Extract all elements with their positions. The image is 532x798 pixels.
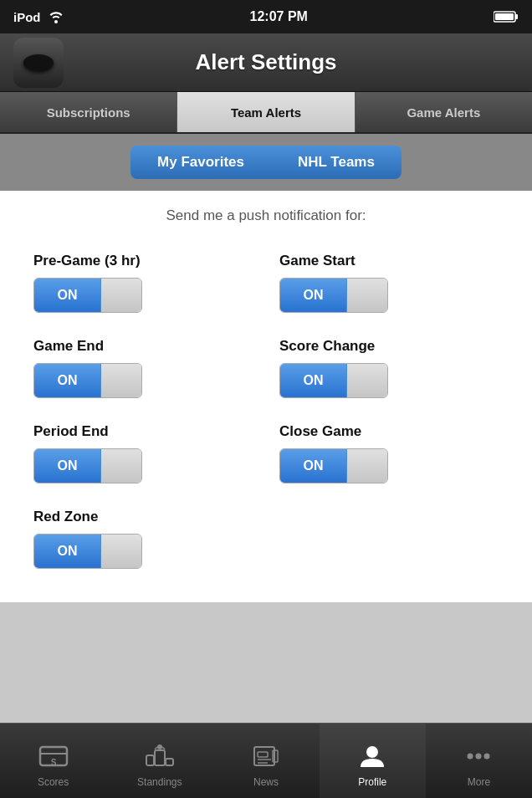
toggle-on-pre-game: ON <box>34 279 101 312</box>
svg-rect-11 <box>258 752 268 757</box>
nav-item-profile[interactable]: Profile <box>320 724 426 798</box>
toggle-off-red-zone <box>101 535 141 568</box>
toggle-off-score-change <box>347 364 387 397</box>
more-icon <box>463 741 494 771</box>
toggle-label-game-end: Game End <box>33 338 253 355</box>
svg-rect-7 <box>146 755 154 765</box>
toggle-on-close-game: ON <box>280 449 347 483</box>
tab-game-alerts[interactable]: Game Alerts <box>356 92 532 132</box>
svg-rect-1 <box>515 14 518 19</box>
profile-icon <box>357 741 387 771</box>
toggle-item-period-end: Period End ON <box>20 415 266 500</box>
nav-label-more: More <box>468 776 490 788</box>
status-right <box>494 10 519 23</box>
subtab-nhl-teams[interactable]: NHL Teams <box>271 146 402 179</box>
subtab-my-favorites[interactable]: My Favorites <box>130 146 271 179</box>
nav-label-profile: Profile <box>358 776 386 788</box>
main-content: My Favorites NHL Teams Send me a push no… <box>0 134 532 723</box>
nav-label-standings: Standings <box>137 776 182 788</box>
nav-item-scores[interactable]: S Scores <box>0 724 106 798</box>
page-title: Alert Settings <box>64 49 468 75</box>
toggle-switch-score-change[interactable]: ON <box>279 363 388 398</box>
svg-point-16 <box>468 753 473 759</box>
toggle-switch-pre-game[interactable]: ON <box>33 278 142 313</box>
tab-team-alerts[interactable]: Team Alerts <box>177 92 355 132</box>
toggle-switch-close-game[interactable]: ON <box>279 448 388 483</box>
puck-icon <box>23 54 54 71</box>
toggle-on-score-change: ON <box>280 364 347 397</box>
bottom-nav: S Scores Standings N <box>0 723 532 798</box>
nav-item-standings[interactable]: Standings <box>106 724 212 798</box>
nav-label-scores: Scores <box>38 776 69 788</box>
app-logo <box>13 38 64 88</box>
toggle-off-close-game <box>347 449 387 483</box>
toggle-switch-game-start[interactable]: ON <box>279 278 388 313</box>
toggle-label-close-game: Close Game <box>279 423 499 440</box>
subtab-bar: My Favorites NHL Teams <box>0 134 532 191</box>
toggle-label-pre-game: Pre-Game (3 hr) <box>33 253 253 269</box>
toggle-off-game-start <box>347 279 387 312</box>
toggle-item-pre-game: Pre-Game (3 hr) ON <box>20 244 266 330</box>
toggle-item-red-zone: Red Zone ON <box>20 500 266 586</box>
push-notification-label: Send me a push notification for: <box>20 207 512 224</box>
toggle-item-game-end: Game End ON <box>20 330 266 415</box>
battery-icon <box>494 10 519 23</box>
toggle-label-game-start: Game Start <box>279 253 499 269</box>
toggle-on-red-zone: ON <box>34 535 101 568</box>
toggle-on-period-end: ON <box>34 449 101 483</box>
toggle-label-period-end: Period End <box>33 423 253 440</box>
svg-text:S: S <box>50 758 56 767</box>
toggle-grid: Pre-Game (3 hr) ON Game Start ON Game En… <box>20 244 512 586</box>
tab-subscriptions[interactable]: Subscriptions <box>0 92 177 132</box>
standings-icon <box>145 741 175 771</box>
toggle-off-game-end <box>101 364 141 397</box>
svg-rect-6 <box>155 750 165 765</box>
toggle-item-close-game: Close Game ON <box>266 415 512 500</box>
svg-rect-8 <box>166 759 173 765</box>
svg-point-17 <box>476 753 482 759</box>
wifi-icon <box>48 10 64 23</box>
toggle-switch-period-end[interactable]: ON <box>33 448 142 483</box>
nav-label-news: News <box>253 776 279 788</box>
toggle-on-game-start: ON <box>280 279 347 312</box>
news-icon <box>251 741 281 771</box>
scores-icon: S <box>38 741 69 771</box>
nav-item-more[interactable]: More <box>426 724 532 798</box>
device-label: iPod <box>13 10 41 24</box>
app-header: Alert Settings <box>0 33 532 92</box>
svg-point-18 <box>484 753 490 759</box>
toggle-switch-game-end[interactable]: ON <box>33 363 142 398</box>
toggle-on-game-end: ON <box>34 364 101 397</box>
status-bar: iPod 12:07 PM <box>0 0 532 33</box>
svg-rect-2 <box>495 13 514 20</box>
toggle-label-score-change: Score Change <box>279 338 499 355</box>
toggle-item-game-start: Game Start ON <box>266 244 512 330</box>
status-left: iPod <box>13 10 64 24</box>
top-tab-bar: Subscriptions Team Alerts Game Alerts <box>0 92 532 134</box>
toggle-item-score-change: Score Change ON <box>266 330 512 415</box>
status-time: 12:07 PM <box>250 9 308 24</box>
toggle-switch-red-zone[interactable]: ON <box>33 534 142 569</box>
nav-item-news[interactable]: News <box>212 724 319 798</box>
toggle-label-red-zone: Red Zone <box>33 509 253 525</box>
svg-point-9 <box>157 744 162 749</box>
svg-point-15 <box>366 746 378 758</box>
toggle-off-pre-game <box>101 279 141 312</box>
settings-panel: Send me a push notification for: Pre-Gam… <box>0 191 532 602</box>
toggle-off-period-end <box>101 449 141 483</box>
